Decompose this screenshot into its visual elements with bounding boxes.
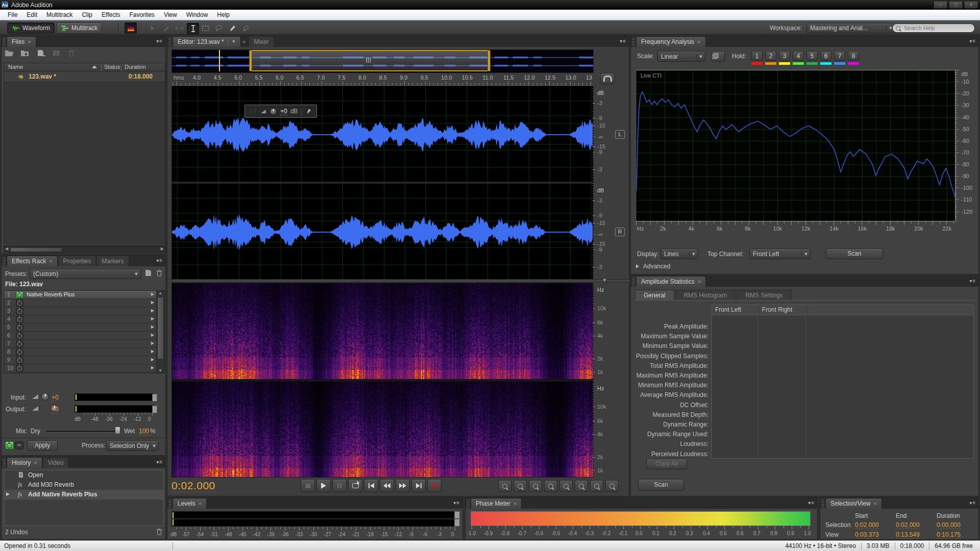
import-file-icon[interactable] bbox=[20, 49, 30, 57]
selview-value[interactable]: 0:10.175 bbox=[937, 531, 961, 539]
menu-favorites[interactable]: Favorites bbox=[125, 10, 159, 20]
tab-history[interactable]: History× bbox=[7, 457, 42, 468]
top-channel-dropdown[interactable]: Front Left▼ bbox=[749, 248, 811, 259]
zoom-out-vertically-button[interactable] bbox=[575, 480, 588, 492]
hold-button-face[interactable]: 8 bbox=[848, 51, 859, 61]
channel-badge-l[interactable]: L bbox=[615, 130, 625, 139]
power-icon[interactable] bbox=[16, 291, 23, 298]
slot-arrow-icon[interactable]: ▶ bbox=[151, 349, 154, 354]
copy-all-button[interactable]: Copy All bbox=[646, 459, 687, 469]
subtab-rms-settings[interactable]: RMS Settings bbox=[737, 290, 791, 300]
delete-icon[interactable] bbox=[68, 49, 75, 57]
effect-slot-10[interactable]: 10▶ bbox=[4, 364, 157, 372]
record-button[interactable] bbox=[427, 479, 442, 492]
zoom-to-selection-button[interactable] bbox=[605, 480, 619, 492]
effect-slot-5[interactable]: 5▶ bbox=[4, 323, 157, 332]
stats-scan-button[interactable]: Scan bbox=[638, 479, 684, 491]
overview-playhead[interactable] bbox=[219, 50, 220, 71]
go-to-end-button[interactable] bbox=[411, 479, 426, 492]
effect-slot-9[interactable]: 9▶ bbox=[4, 356, 157, 364]
editor-tab-close-icon[interactable]: × bbox=[242, 39, 246, 45]
multitrack-view-button[interactable]: Multitrack bbox=[56, 22, 102, 34]
power-icon[interactable] bbox=[16, 348, 23, 356]
menu-help[interactable]: Help bbox=[212, 10, 234, 20]
waveform-display[interactable]: ⋮⋮ +0 dB | bbox=[172, 86, 594, 280]
hold-button-face[interactable]: 3 bbox=[779, 51, 790, 61]
effects-scrollbar[interactable]: ▲ ▼ bbox=[156, 290, 165, 373]
output-gain-value[interactable]: +0 bbox=[52, 406, 59, 413]
tab-video[interactable]: Video bbox=[43, 457, 68, 468]
insert-into-multitrack-icon[interactable] bbox=[52, 49, 62, 57]
timeline-ruler[interactable]: hms4.04.55.05.56.06.57.07.58.08.59.09.51… bbox=[172, 73, 593, 86]
slot-arrow-icon[interactable]: ▶ bbox=[151, 292, 154, 296]
slot-arrow-icon[interactable]: ▶ bbox=[151, 341, 154, 345]
menu-clip[interactable]: Clip bbox=[77, 10, 97, 20]
pin-icon[interactable] bbox=[306, 109, 311, 114]
zoom-to-in-point-button[interactable] bbox=[590, 480, 603, 492]
spot-healing-brush-tool[interactable] bbox=[240, 23, 251, 33]
hud-grip-icon[interactable]: ⋮⋮ bbox=[248, 109, 257, 114]
file-row[interactable]: 123.wav *0:18.000 bbox=[4, 72, 165, 82]
stats-column-front-right[interactable]: Front Right bbox=[762, 306, 792, 313]
menu-view[interactable]: View bbox=[159, 10, 182, 20]
tab-effects-rack[interactable]: Effects Rack× bbox=[7, 256, 58, 266]
zoom-in-vertically-button[interactable] bbox=[559, 480, 573, 492]
slot-arrow-icon[interactable]: ▶ bbox=[151, 357, 154, 362]
editor-tab-dropdown-icon[interactable]: ▼ bbox=[232, 37, 236, 47]
effect-slot-1[interactable]: 1Native Reverb Plus▶ bbox=[4, 291, 157, 299]
spectral-display[interactable] bbox=[172, 283, 594, 478]
process-dropdown[interactable]: Selection Only▼ bbox=[106, 440, 159, 451]
subtab-general[interactable]: General bbox=[635, 290, 674, 300]
input-gain-knob[interactable] bbox=[41, 393, 49, 400]
selview-value[interactable]: 0:00.000 bbox=[937, 521, 961, 529]
menu-edit[interactable]: Edit bbox=[22, 10, 42, 20]
lasso-selection-tool[interactable] bbox=[213, 23, 225, 33]
zoom-out-horizontally-button[interactable] bbox=[513, 480, 527, 492]
slot-arrow-icon[interactable]: ▶ bbox=[151, 333, 154, 337]
mix-slider-handle[interactable] bbox=[115, 427, 120, 434]
menu-multitrack[interactable]: Multitrack bbox=[42, 10, 77, 20]
search-help-box[interactable] bbox=[892, 23, 975, 33]
panel-menu-icon[interactable]: ▾≡ bbox=[969, 500, 976, 506]
view-box-grip[interactable]: ||| bbox=[366, 57, 372, 63]
hold-button-face[interactable]: 7 bbox=[834, 51, 845, 61]
selview-value[interactable]: 0:02.000 bbox=[896, 521, 920, 529]
close-button[interactable]: × bbox=[964, 1, 978, 9]
play-button[interactable] bbox=[316, 479, 331, 492]
tab-markers[interactable]: Markers bbox=[96, 256, 129, 266]
panel-menu-icon[interactable]: ▾≡ bbox=[808, 500, 815, 506]
display-dropdown[interactable]: Lines▼ bbox=[660, 248, 698, 259]
hold-button-5[interactable]: 5 bbox=[806, 51, 818, 65]
snap-toggle-button[interactable] bbox=[600, 73, 615, 84]
effect-slot-3[interactable]: 3▶ bbox=[4, 307, 157, 315]
overview-navigator[interactable]: ||| bbox=[172, 49, 594, 73]
slot-arrow-icon[interactable]: ▶ bbox=[151, 300, 154, 305]
hold-button-face[interactable]: 5 bbox=[806, 51, 818, 61]
volume-hud[interactable]: ⋮⋮ +0 dB | bbox=[244, 105, 317, 118]
zoom-in-horizontally-button[interactable] bbox=[498, 480, 511, 492]
fast-forward-button[interactable] bbox=[396, 479, 410, 492]
hold-button-face[interactable]: 1 bbox=[751, 51, 763, 61]
advanced-label[interactable]: Advanced bbox=[643, 263, 670, 270]
history-item[interactable]: ▶fxAdd Native Reverb Plus bbox=[5, 490, 163, 499]
stats-column-front-left[interactable]: Front Left bbox=[715, 306, 741, 313]
time-selection-tool[interactable] bbox=[187, 23, 199, 34]
stop-button[interactable] bbox=[301, 479, 315, 492]
rewind-button[interactable] bbox=[380, 479, 394, 492]
loop-playback-button[interactable] bbox=[348, 479, 362, 492]
collapse-icon[interactable]: ▼ bbox=[602, 278, 607, 283]
tab-amplitude-statistics[interactable]: Amplitude Statistics× bbox=[636, 276, 706, 287]
maximize-button[interactable]: □ bbox=[949, 1, 963, 9]
waveform-view-button[interactable]: Waveform bbox=[7, 22, 55, 34]
frequency-graph[interactable]: Live CTI bbox=[636, 70, 955, 221]
go-to-start-button[interactable] bbox=[364, 479, 378, 492]
paintbrush-selection-tool[interactable] bbox=[227, 23, 238, 33]
panel-menu-icon[interactable]: ▾≡ bbox=[156, 258, 163, 263]
power-icon[interactable] bbox=[16, 308, 23, 315]
time-display[interactable]: 0:02.000 bbox=[172, 480, 215, 492]
hold-button-face[interactable]: 6 bbox=[820, 51, 831, 61]
power-icon[interactable] bbox=[16, 340, 23, 347]
hold-button-7[interactable]: 7 bbox=[834, 51, 845, 65]
zoom-in-full-button[interactable] bbox=[529, 480, 542, 492]
files-header-row[interactable]: Name | Status | Duration bbox=[4, 63, 165, 72]
